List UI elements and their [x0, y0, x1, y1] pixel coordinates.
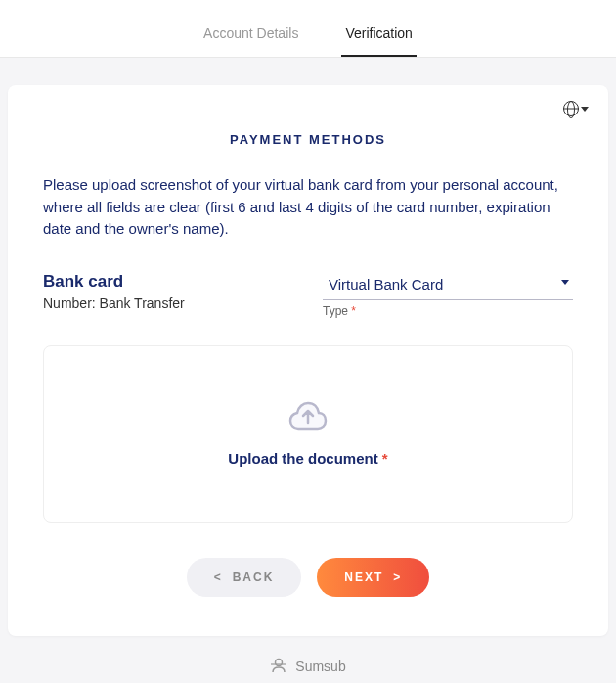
globe-icon — [563, 101, 579, 116]
bank-card-row: Bank card Number: Bank Transfer Virtual … — [43, 272, 573, 318]
tab-bar: Account Details Verification — [0, 0, 616, 58]
tab-account-details[interactable]: Account Details — [199, 18, 302, 57]
type-select[interactable]: Virtual Bank Card — [323, 272, 573, 300]
verification-card: PAYMENT METHODS Please upload screenshot… — [8, 85, 608, 636]
type-select-label: Type * — [323, 304, 573, 318]
upload-dropzone[interactable]: Upload the document * — [43, 345, 573, 523]
bank-card-title: Bank card — [43, 272, 293, 292]
cloud-upload-icon — [288, 401, 328, 436]
chevron-down-icon — [561, 280, 569, 285]
bank-card-info: Bank card Number: Bank Transfer — [43, 272, 293, 311]
upload-label: Upload the document * — [64, 450, 552, 467]
chevron-down-icon — [581, 107, 589, 112]
nav-buttons: < BACK NEXT > — [43, 558, 573, 597]
section-title: PAYMENT METHODS — [43, 132, 573, 147]
arrow-right-icon: > — [393, 570, 402, 584]
tab-verification[interactable]: Verification — [341, 18, 416, 57]
bank-card-number: Number: Bank Transfer — [43, 296, 293, 311]
instructions-text: Please upload screenshot of your virtual… — [43, 174, 573, 241]
arrow-left-icon: < — [214, 570, 223, 584]
back-button[interactable]: < BACK — [187, 558, 302, 597]
type-select-value: Virtual Bank Card — [323, 276, 443, 293]
footer-brand-text: Sumsub — [295, 659, 345, 674]
type-select-wrap: Virtual Bank Card Type * — [323, 272, 573, 318]
next-button[interactable]: NEXT > — [317, 558, 429, 597]
language-switcher[interactable] — [563, 101, 589, 116]
footer-brand: Sumsub — [0, 658, 616, 676]
sumsub-icon — [270, 658, 287, 676]
